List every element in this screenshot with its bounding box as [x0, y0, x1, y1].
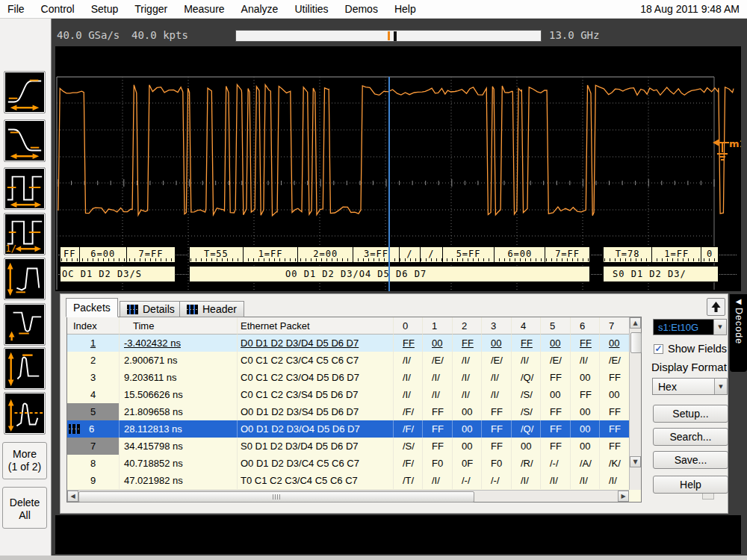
more-label: More — [3, 448, 46, 461]
cell-byte-6: FF — [571, 335, 600, 352]
column-header-index[interactable]: Index — [67, 317, 120, 335]
column-header-1[interactable]: 1 — [423, 317, 453, 335]
table-row[interactable]: 39.203611 nsC0 C1 C2 C3/O4 D5 D6 D7/I//I… — [67, 369, 641, 386]
show-fields-checkbox[interactable]: ✓ — [654, 344, 663, 354]
cell-byte-6: 00 — [571, 369, 600, 386]
decode-track-fields: FF6=007=FFT=551=FF2=003=FF//5=FF6=007=FF… — [55, 246, 741, 263]
cell-byte-7: 00 — [600, 335, 630, 352]
tab-header[interactable]: Header — [179, 301, 244, 317]
decode-field-cell: 6=00 — [495, 247, 545, 262]
fall-time-button[interactable] — [4, 119, 46, 162]
menu-demos[interactable]: Demos — [345, 3, 378, 15]
vertical-scroll-thumb[interactable] — [630, 332, 642, 353]
table-row[interactable]: 521.809658 nsO0 D1 D2 D3/S4 D5 D6 D7/F/F… — [67, 403, 641, 420]
cell-byte-5: /I/ — [541, 472, 571, 489]
table-row[interactable]: 415.506626 nsC0 C1 C2 C3/S4 D5 D6 D7/I//… — [67, 386, 641, 403]
delta-voltage-icon — [4, 258, 45, 299]
tab-details[interactable]: Details — [120, 301, 182, 317]
table-row[interactable]: 1-3.402432 nsD0 D1 D2 D3/D4 D5 D6 D7FF00… — [67, 335, 641, 352]
frequency-button[interactable]: 1/ — [4, 213, 46, 255]
save-button[interactable]: Save... — [653, 451, 728, 469]
help-button[interactable]: Help — [653, 476, 728, 494]
column-header-2[interactable]: 2 — [453, 317, 482, 335]
column-header-5[interactable]: 5 — [541, 317, 571, 335]
column-header-3[interactable]: 3 — [482, 317, 512, 335]
vertical-scrollbar[interactable]: ▲ ▼ — [629, 317, 641, 490]
menu-utilities[interactable]: Utilities — [294, 3, 328, 15]
column-header-time[interactable]: Time — [120, 317, 238, 335]
column-header-0[interactable]: 0 — [394, 317, 423, 335]
decode-field-cell: 3=FF — [353, 247, 400, 262]
decode-source-select[interactable]: s1:Et10G ▼ — [653, 319, 727, 335]
cell-time: -3.402432 ns — [120, 335, 238, 352]
marker-m1-icon[interactable]: m1 — [711, 136, 741, 164]
horizontal-scroll-thumb[interactable] — [78, 491, 474, 503]
decode-field-cell: 1=FF — [244, 247, 299, 262]
waveform-display[interactable]: m1 FF6=007=FFT=551=FF2=003=FF//5=FF6=007… — [55, 46, 741, 291]
acquisition-position-bar[interactable] — [235, 30, 542, 42]
period-button[interactable] — [4, 167, 46, 210]
cell-byte-1: FF — [423, 403, 453, 420]
cell-packet: C0 C1 C2 C3/C4 C5 C6 C7 — [238, 352, 394, 369]
delta-voltage-button[interactable] — [4, 258, 46, 300]
cell-byte-5: FF — [541, 420, 571, 438]
table-row[interactable]: 22.900671 nsC0 C1 C2 C3/C4 C5 C6 C7/I//E… — [67, 352, 641, 369]
cell-byte-3: FF — [482, 403, 512, 420]
scroll-right-button[interactable]: ▶ — [618, 491, 629, 502]
time-cursor[interactable] — [388, 77, 390, 291]
bottom-edge — [0, 556, 747, 560]
cell-byte-1: /E/ — [423, 352, 453, 369]
menu-setup[interactable]: Setup — [91, 3, 119, 15]
frequency-icon: 1/ — [4, 214, 45, 255]
menu-measure[interactable]: Measure — [184, 3, 224, 15]
delete-all-label: Delete All — [7, 497, 43, 523]
cell-byte-2: /I/ — [453, 386, 482, 403]
decode-side-tab[interactable]: ◀ Decode — [730, 294, 747, 372]
scroll-left-button[interactable]: ◀ — [67, 491, 78, 502]
rise-time-button[interactable] — [4, 71, 46, 113]
search-button[interactable]: Search... — [653, 428, 728, 446]
horizontal-scrollbar[interactable]: ◀ ▶ — [67, 490, 629, 502]
setup-button[interactable]: Setup... — [653, 405, 728, 423]
column-header-4[interactable]: 4 — [512, 317, 541, 335]
menu-trigger[interactable]: Trigger — [134, 3, 167, 15]
cell-byte-6: FF — [571, 386, 600, 403]
table-row[interactable]: 628.112813 nsO0 D1 D2 D3/O4 D5 D6 D7/F/F… — [67, 420, 641, 438]
scroll-up-button[interactable]: ▲ — [630, 317, 641, 329]
cell-byte-2: /I/ — [453, 369, 482, 386]
cell-packet: O0 D1 D2 D3/O4 D5 D6 D7 — [238, 420, 394, 438]
bus-icon — [187, 305, 198, 314]
collapse-panel-button[interactable] — [707, 298, 725, 316]
display-format-select[interactable]: Hex ▼ — [652, 378, 728, 395]
tab-header-label: Header — [202, 303, 237, 315]
menu-analyze[interactable]: Analyze — [241, 3, 279, 15]
position-marker-icon — [388, 31, 390, 40]
cell-byte-3: /I/ — [482, 369, 512, 386]
decode-packet-label: O0 D1 D2 D3/O4 D5 D6 D7 — [190, 267, 427, 281]
column-header-7[interactable]: 7 — [600, 317, 630, 335]
column-header-ethernet-packet[interactable]: Ethernet Packet — [238, 317, 394, 335]
tab-packets[interactable]: Packets — [66, 298, 118, 317]
delete-all-button[interactable]: Delete All — [2, 487, 47, 529]
menu-control[interactable]: Control — [41, 3, 75, 15]
column-header-6[interactable]: 6 — [571, 317, 600, 335]
menu-help[interactable]: Help — [394, 3, 416, 15]
scroll-down-button[interactable]: ▼ — [630, 456, 641, 467]
check-icon: ✓ — [654, 343, 662, 354]
average-voltage-icon — [4, 393, 45, 434]
more-button[interactable]: More (1 of 2) — [2, 442, 47, 479]
cell-byte-5: FF — [541, 438, 571, 455]
base-voltage-button[interactable] — [4, 303, 46, 346]
table-row[interactable]: 947.021982 nsT0 C1 C2 C3/C4 C5 C6 C7/T//… — [67, 472, 641, 489]
cell-byte-0: /F/ — [394, 455, 423, 472]
amplitude-button[interactable] — [4, 347, 46, 390]
table-row[interactable]: 734.415798 nsS0 D1 D2 D3/D4 D5 D6 D7/S/F… — [67, 438, 641, 455]
cell-byte-2: 0F — [453, 455, 482, 472]
cell-byte-5: 00 — [541, 335, 571, 352]
cell-byte-7: FF — [600, 403, 630, 420]
datetime: 18 Aug 2011 9:48 AM — [640, 3, 740, 15]
cell-packet: O0 D1 D2 D3/S4 D5 D6 D7 — [238, 403, 394, 420]
menu-file[interactable]: File — [7, 3, 25, 15]
table-row[interactable]: 840.718852 nsO0 D1 D2 D3/C4 C5 C6 C7/F/F… — [67, 455, 641, 472]
average-voltage-button[interactable] — [4, 392, 46, 435]
